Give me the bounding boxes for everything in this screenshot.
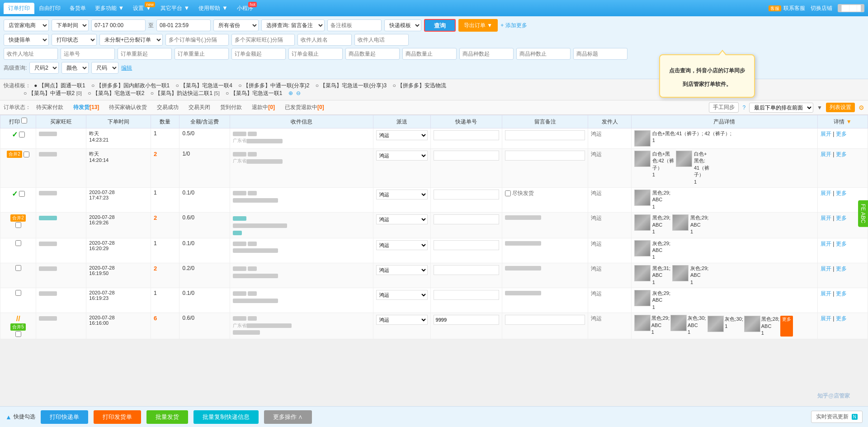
nav-item-miniapp[interactable]: 小程序 hot — [232, 3, 258, 14]
order-status-select[interactable]: 未分裂+已分裂订单 — [99, 34, 163, 46]
date-to-input[interactable] — [156, 19, 211, 31]
deliver-select-8[interactable]: 鸿运 — [376, 315, 428, 325]
remark-input-8[interactable] — [505, 315, 585, 325]
express-input-7[interactable] — [434, 290, 500, 300]
deliver-select-3[interactable]: 鸿运 — [376, 190, 428, 199]
expand-btn-6[interactable]: 展开 — [821, 266, 831, 272]
expand-btn-2[interactable]: 展开 — [821, 151, 831, 157]
receiver-phone-input[interactable] — [354, 34, 409, 46]
deliver-select-1[interactable]: 鸿运 — [376, 130, 428, 140]
nav-item-help[interactable]: 使用帮助 ▼ — [194, 3, 232, 14]
settings-icon[interactable]: ⚙ — [859, 104, 864, 111]
remark-query-select[interactable]: 选择查询: 留言备注 — [261, 19, 325, 31]
nav-item-settings[interactable]: 设置 ▼ new — [128, 3, 156, 14]
express-template-6[interactable]: ○ 【拼多多】安迅物流 — [392, 82, 446, 89]
goods-qty2-input[interactable] — [402, 48, 457, 60]
tab-pending-payment[interactable]: 待买家付款 — [32, 102, 68, 113]
more-actions-button[interactable]: 更多操作 ∧ — [264, 410, 312, 424]
print-delivery-button[interactable]: 打印发货单 — [94, 410, 141, 424]
deliver-select-2[interactable]: 鸿运 — [376, 151, 428, 161]
manual-sync-button[interactable]: 手工同步 — [709, 102, 739, 113]
express-template-5[interactable]: ○ 【菜鸟】宅急送一联(分享)3 — [316, 82, 388, 89]
express-template-8[interactable]: ○ 【菜鸟】宅急送一联2 — [88, 90, 146, 96]
help-icon[interactable]: ? — [742, 104, 745, 111]
express-input-4[interactable] — [434, 214, 500, 224]
row-checkbox-5[interactable] — [15, 240, 21, 246]
express-template-1[interactable]: ● 【网点】圆通一联1 — [34, 82, 87, 89]
order-restart2-input[interactable] — [175, 48, 229, 60]
express-add-icon[interactable]: ⊕ — [288, 90, 293, 96]
order-restart-input[interactable] — [118, 48, 172, 60]
color-select[interactable]: 颜色 — [61, 62, 89, 74]
express-input-2[interactable] — [434, 151, 500, 161]
more-btn-5[interactable]: 更多 — [836, 241, 847, 247]
more-btn-7[interactable]: 更多 — [836, 290, 847, 297]
goods-name-input[interactable] — [573, 48, 627, 60]
receiver-address-input[interactable] — [4, 48, 58, 60]
express-input-1[interactable] — [434, 130, 500, 140]
size-code-select[interactable]: 尺码2 — [29, 62, 59, 74]
goods-count2-input[interactable] — [516, 48, 571, 60]
multi-order-id-input[interactable] — [165, 34, 229, 46]
receiver-name-input[interactable] — [297, 34, 352, 46]
expand-btn-4[interactable]: 展开 — [821, 215, 831, 221]
tab-pending-confirm[interactable]: 待买家确认收货 — [104, 102, 151, 113]
row-checkbox-8[interactable] — [15, 331, 21, 337]
print-status-select[interactable]: 打印状态 — [52, 34, 97, 46]
row-checkbox-3[interactable] — [19, 191, 25, 197]
express-template-select[interactable]: 快递模板 — [384, 19, 421, 31]
export-button[interactable]: 导出订单 ▼ — [458, 19, 498, 32]
batch-copy-button[interactable]: 批量复制快递信息 — [193, 410, 259, 424]
remark-input-2[interactable] — [505, 151, 585, 161]
side-badge[interactable]: FE ABC — [858, 200, 868, 227]
batch-ship-button[interactable]: 批量发货 — [146, 410, 188, 424]
express-template-9[interactable]: ○ 【菜鸟】韵达快运二联1 [5] — [151, 90, 221, 96]
deliver-select-7[interactable]: 鸿运 — [376, 290, 428, 300]
express-template-2[interactable]: ○ 【拼多多】国内邮政小包一联1 — [91, 82, 171, 89]
row-checkbox-7[interactable] — [15, 290, 21, 296]
tab-cod[interactable]: 货到付款 — [216, 102, 246, 113]
more-btn-4[interactable]: 更多 — [836, 215, 847, 221]
print-express-button[interactable]: 打印快递单 — [41, 410, 88, 424]
nav-item-order-print[interactable]: 订单打印 — [4, 3, 34, 14]
nav-item-other-platforms[interactable]: 其它平台 ▼ — [156, 3, 194, 14]
province-select[interactable]: 所有省份 — [213, 19, 259, 31]
row-checkbox-4[interactable] — [15, 222, 21, 228]
express-input-3[interactable] — [434, 190, 500, 199]
tab-trade-closed[interactable]: 交易关闭 — [184, 102, 215, 113]
expand-btn-7[interactable]: 展开 — [821, 290, 831, 297]
row-checkbox-1[interactable] — [19, 132, 25, 138]
more-btn-2[interactable]: 更多 — [836, 151, 847, 157]
row-checkbox-6[interactable] — [15, 265, 21, 271]
sort-select[interactable]: 最后下单的排在前面 — [749, 103, 813, 113]
tab-pending-ship[interactable]: 待发货[13] — [69, 102, 104, 113]
realtime-update-button[interactable]: 实时资讯更新 N — [811, 411, 863, 423]
nav-item-free-print[interactable]: 自由打印 — [34, 3, 65, 14]
date-from-input[interactable] — [91, 19, 146, 31]
quick-filter-select[interactable]: 快捷筛单 — [4, 34, 49, 46]
order-time-select[interactable]: 下单时间 — [52, 19, 89, 31]
express-remove-icon[interactable]: ⊖ — [296, 90, 301, 96]
goods-count-input[interactable] — [459, 48, 514, 60]
more-btn-8[interactable]: 更多 — [836, 315, 847, 322]
deliver-select-6[interactable]: 鸿运 — [376, 265, 428, 275]
switch-store-button[interactable]: 切换店铺 — [811, 5, 832, 12]
deliver-select-4[interactable]: 鸿运 — [376, 214, 428, 224]
order-amount2-input[interactable] — [288, 48, 343, 60]
multi-wangwang-input[interactable] — [231, 34, 295, 46]
more-btn-3[interactable]: 更多 — [836, 190, 847, 196]
order-amount-input[interactable] — [231, 48, 286, 60]
more-btn-6[interactable]: 更多 — [836, 266, 847, 272]
expand-btn-3[interactable]: 展开 — [821, 190, 831, 196]
add-more-link[interactable]: + 添加更多 — [500, 22, 527, 29]
quick-select[interactable]: ▲ 快捷勾选 — [5, 413, 35, 421]
expand-btn-5[interactable]: 展开 — [821, 241, 831, 247]
express-template-4[interactable]: ○ 【拼多多】中通一联(分享)2 — [238, 82, 311, 89]
nav-item-stock-list[interactable]: 备货单 — [65, 3, 90, 14]
remark-input-1[interactable] — [505, 130, 585, 140]
express-template-7[interactable]: ○ 【菜鸟】中通一联2 [0] — [24, 90, 83, 96]
express-input-8[interactable] — [434, 315, 500, 325]
remark-checkbox-3[interactable] — [505, 190, 511, 196]
tracking-no-input[interactable] — [61, 48, 115, 60]
more-btn-1[interactable]: 更多 — [836, 131, 847, 137]
